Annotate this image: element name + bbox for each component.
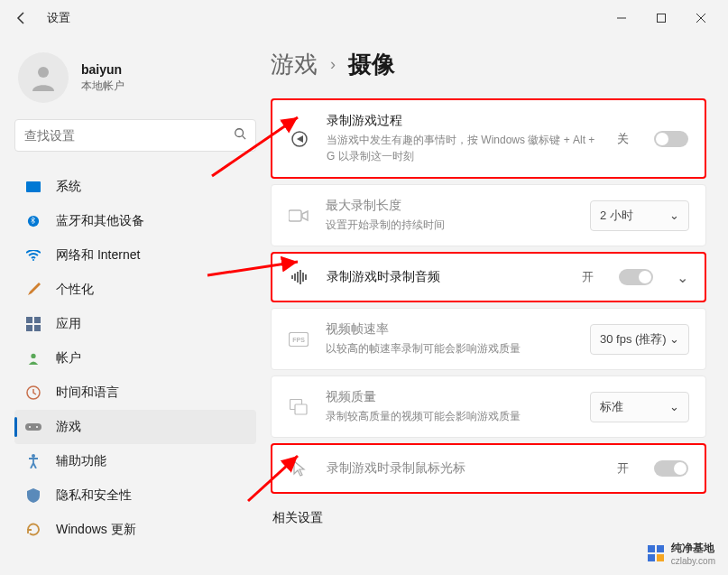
record-history-icon [289,128,310,150]
svg-rect-13 [34,325,41,331]
gamepad-icon [25,419,41,435]
accessibility-icon [25,453,41,469]
back-button[interactable] [7,4,36,32]
nav-gaming[interactable]: 游戏 [14,410,256,444]
sidebar: baiyun 本地帐户 系统 蓝牙和其他设备 网络和 Internet 个性化 … [0,36,271,575]
cursor-icon [289,458,310,479]
back-arrow-icon [14,11,29,25]
titlebar: 设置 [0,0,728,36]
minimize-icon [617,14,626,23]
chevron-right-icon: › [330,55,336,74]
svg-point-4 [38,67,49,78]
watermark-logo [648,545,664,561]
watermark: 纯净基地 czlaby.com [648,541,715,566]
user-icon [27,61,60,94]
breadcrumb-main[interactable]: 游戏 [271,49,318,80]
svg-rect-16 [25,423,41,431]
nav-apps[interactable]: 应用 [14,307,256,341]
card-title: 视频质量 [326,389,574,405]
svg-point-5 [235,129,244,137]
search-input[interactable] [24,128,234,143]
toggle-record-process[interactable] [654,131,688,147]
maximize-button[interactable] [641,5,681,32]
card-fps: FPS 视频帧速率 以较高的帧速率录制可能会影响游戏质量 30 fps (推荐)… [271,308,706,370]
nav-privacy[interactable]: 隐私和安全性 [14,478,256,513]
card-record-process[interactable]: 录制游戏过程 当游戏中发生有趣的事情时，按 Windows 徽标键 + Alt … [271,98,706,179]
close-icon [696,14,705,23]
toggle-state: 开 [617,460,629,477]
card-desc: 以较高的帧速率录制可能会影响游戏质量 [326,340,574,357]
card-title: 视频帧速率 [326,321,574,338]
card-record-audio[interactable]: 录制游戏时录制音频 开 ⌄ [271,252,706,302]
breadcrumb-sub: 摄像 [348,49,395,80]
system-icon [25,179,41,195]
video-icon [288,205,309,227]
toggle-record-audio[interactable] [619,269,653,285]
maximize-icon [657,14,666,23]
svg-text:FPS: FPS [292,337,305,343]
breadcrumb: 游戏 › 摄像 [271,49,706,80]
brush-icon [25,282,41,298]
nav-time[interactable]: 时间和语言 [14,376,256,410]
svg-point-18 [36,426,38,428]
minimize-button[interactable] [602,5,641,32]
card-desc: 当游戏中发生有趣的事情时，按 Windows 徽标键 + Alt + G 以录制… [327,132,601,164]
close-button[interactable] [681,5,721,32]
update-icon [25,522,41,538]
svg-point-14 [31,354,35,358]
related-settings-label: 相关设置 [272,510,706,526]
profile-sub: 本地帐户 [81,79,124,94]
chevron-down-icon: ⌄ [669,209,679,222]
card-max-length: 最大录制长度 设置开始录制的持续时间 2 小时⌄ [271,184,706,246]
nav-accessibility[interactable]: 辅助功能 [14,444,256,478]
svg-rect-10 [26,317,32,323]
search-icon [234,127,246,144]
shield-icon [25,487,41,504]
nav-network[interactable]: 网络和 Internet [14,238,256,273]
card-title: 录制游戏过程 [327,113,601,129]
toggle-state: 开 [582,269,594,285]
search-box[interactable] [14,119,256,152]
card-cursor[interactable]: 录制游戏时录制鼠标光标 开 [271,443,706,494]
watermark-url: czlaby.com [671,556,715,566]
main-content: 游戏 › 摄像 录制游戏过程 当游戏中发生有趣的事情时，按 Windows 徽标… [271,36,728,575]
profile[interactable]: baiyun 本地帐户 [18,52,256,103]
fps-icon: FPS [288,329,309,350]
card-title: 录制游戏时录制鼠标光标 [327,460,601,477]
dropdown-quality[interactable]: 标准⌄ [590,392,689,422]
svg-rect-1 [658,14,666,23]
nav-update[interactable]: Windows 更新 [14,513,256,547]
card-desc: 录制较高质量的视频可能会影响游戏质量 [326,408,574,424]
nav-personalization[interactable]: 个性化 [14,273,256,307]
dropdown-max-length[interactable]: 2 小时⌄ [590,200,689,231]
nav-accounts[interactable]: 帐户 [14,341,256,376]
profile-name: baiyun [81,62,124,77]
svg-point-19 [32,454,35,458]
dropdown-fps[interactable]: 30 fps (推荐)⌄ [590,324,689,355]
chevron-down-icon: ⌄ [669,332,679,346]
chevron-down-icon[interactable]: ⌄ [677,269,688,286]
svg-rect-7 [26,181,41,192]
toggle-cursor[interactable] [654,460,688,477]
svg-point-9 [32,259,34,261]
svg-rect-12 [26,325,32,331]
quality-icon [288,396,309,418]
svg-point-17 [29,426,31,428]
card-quality: 视频质量 录制较高质量的视频可能会影响游戏质量 标准⌄ [271,376,706,438]
nav-list: 系统 蓝牙和其他设备 网络和 Internet 个性化 应用 帐户 时间和语言 … [14,170,256,547]
svg-line-6 [243,136,246,140]
svg-rect-21 [289,210,301,221]
card-title: 录制游戏时录制音频 [327,269,566,285]
toggle-state: 关 [617,131,629,147]
avatar [18,52,69,103]
watermark-name: 纯净基地 [671,541,715,556]
nav-system[interactable]: 系统 [14,170,256,204]
card-title: 最大录制长度 [326,198,574,214]
svg-rect-31 [295,404,307,414]
apps-icon [25,316,41,332]
svg-rect-11 [34,317,41,323]
chevron-down-icon: ⌄ [669,400,679,413]
bluetooth-icon [25,213,41,229]
wifi-icon [25,247,41,264]
nav-bluetooth[interactable]: 蓝牙和其他设备 [14,204,256,238]
